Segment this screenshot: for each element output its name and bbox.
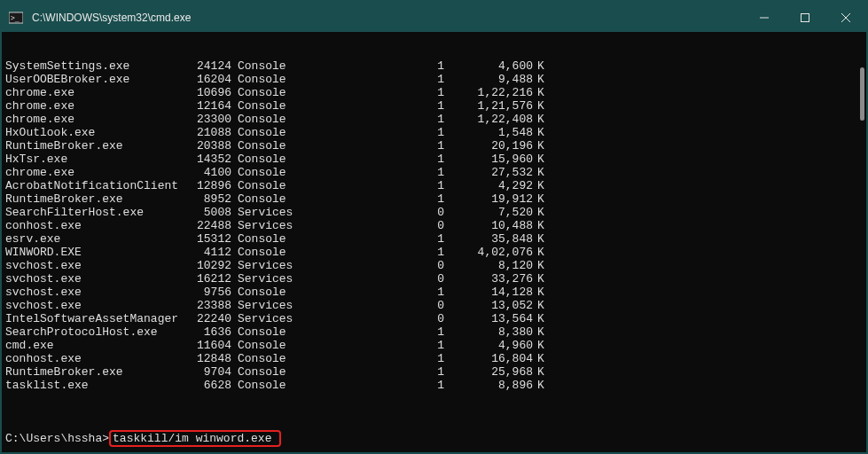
process-pid: 4112 <box>183 246 231 259</box>
process-session-id: 1 <box>302 139 444 153</box>
process-name: chrome.exe <box>5 99 183 113</box>
process-name: HxOutlook.exe <box>5 126 183 139</box>
process-mem: 8,120 <box>444 259 533 272</box>
prompt-line: C:\Users\hssha>taskkill/im winword.exe <box>5 432 863 445</box>
process-pid: 14352 <box>183 153 231 166</box>
process-row: svchost.exe10292Services08,120K <box>5 259 863 272</box>
process-mem: 1,22,216 <box>444 86 533 99</box>
process-mem-unit: K <box>533 99 551 113</box>
process-pid: 1636 <box>183 325 231 339</box>
process-row: HxOutlook.exe21088Console11,548K <box>5 126 863 139</box>
process-pid: 22240 <box>183 312 231 325</box>
process-mem-unit: K <box>533 299 551 312</box>
process-name: SystemSettings.exe <box>5 59 183 73</box>
process-mem: 27,532 <box>444 166 533 179</box>
process-session-id: 1 <box>302 352 444 365</box>
process-list: SystemSettings.exe24124Console14,600KUse… <box>5 59 863 392</box>
process-mem: 4,02,076 <box>444 246 533 259</box>
process-session-id: 1 <box>302 179 444 192</box>
process-row: cmd.exe11604Console14,960K <box>5 339 863 352</box>
process-mem: 13,052 <box>444 299 533 312</box>
titlebar[interactable]: >_ C:\WINDOWS\system32\cmd.exe <box>2 4 866 32</box>
process-name: HxTsr.exe <box>5 153 183 166</box>
process-pid: 22488 <box>183 219 231 232</box>
process-session-name: Console <box>231 126 302 139</box>
process-mem: 15,960 <box>444 153 533 166</box>
process-mem: 8,380 <box>444 325 533 339</box>
process-mem-unit: K <box>533 86 551 99</box>
process-pid: 4100 <box>183 166 231 179</box>
process-session-id: 0 <box>302 219 444 232</box>
process-name: RuntimeBroker.exe <box>5 192 183 206</box>
process-row: SystemSettings.exe24124Console14,600K <box>5 59 863 73</box>
process-row: AcrobatNotificationClient12896Console14,… <box>5 179 863 192</box>
process-pid: 12896 <box>183 179 231 192</box>
process-pid: 21088 <box>183 126 231 139</box>
process-row: SearchProtocolHost.exe1636Console18,380K <box>5 325 863 339</box>
process-mem: 14,128 <box>444 286 533 299</box>
process-row: IntelSoftwareAssetManager22240Services01… <box>5 312 863 325</box>
process-mem-unit: K <box>533 59 551 73</box>
process-mem: 35,848 <box>444 232 533 246</box>
process-mem-unit: K <box>533 312 551 325</box>
process-name: svchost.exe <box>5 286 183 299</box>
terminal-output[interactable]: SystemSettings.exe24124Console14,600KUse… <box>2 32 866 452</box>
process-session-name: Console <box>231 99 302 113</box>
process-name: svchost.exe <box>5 299 183 312</box>
process-mem-unit: K <box>533 379 551 392</box>
process-mem: 1,21,576 <box>444 99 533 113</box>
process-row: UserOOBEBroker.exe16204Console19,488K <box>5 73 863 86</box>
process-session-name: Console <box>231 339 302 352</box>
process-row: HxTsr.exe14352Console115,960K <box>5 153 863 166</box>
process-pid: 8952 <box>183 192 231 206</box>
process-session-id: 1 <box>302 59 444 73</box>
process-session-name: Console <box>231 113 302 126</box>
scrollbar-thumb[interactable] <box>860 67 864 121</box>
process-row: svchost.exe23388Services013,052K <box>5 299 863 312</box>
process-mem: 4,292 <box>444 179 533 192</box>
maximize-button[interactable] <box>785 4 825 32</box>
process-mem-unit: K <box>533 259 551 272</box>
process-pid: 9756 <box>183 286 231 299</box>
process-name: svchost.exe <box>5 259 183 272</box>
process-mem: 1,22,408 <box>444 113 533 126</box>
process-session-id: 1 <box>302 365 444 379</box>
process-mem: 8,896 <box>444 379 533 392</box>
minimize-button[interactable] <box>744 4 785 32</box>
process-name: chrome.exe <box>5 166 183 179</box>
process-pid: 6628 <box>183 379 231 392</box>
process-row: WINWORD.EXE4112Console14,02,076K <box>5 246 863 259</box>
process-mem-unit: K <box>533 179 551 192</box>
process-session-name: Console <box>231 73 302 86</box>
process-mem: 1,548 <box>444 126 533 139</box>
process-pid: 12164 <box>183 99 231 113</box>
process-row: tasklist.exe6628Console18,896K <box>5 379 863 392</box>
close-button[interactable] <box>825 4 866 32</box>
process-mem: 16,804 <box>444 352 533 365</box>
process-session-name: Console <box>231 365 302 379</box>
process-session-name: Console <box>231 153 302 166</box>
window-title: C:\WINDOWS\system32\cmd.exe <box>32 12 744 24</box>
process-mem-unit: K <box>533 246 551 259</box>
process-name: svchost.exe <box>5 272 183 286</box>
process-pid: 20388 <box>183 139 231 153</box>
cmd-icon: >_ <box>7 9 25 27</box>
typed-command[interactable]: taskkill/im winword.exe <box>113 432 271 445</box>
process-row: RuntimeBroker.exe9704Console125,968K <box>5 365 863 379</box>
process-name: SearchFilterHost.exe <box>5 206 183 219</box>
process-session-name: Services <box>231 219 302 232</box>
process-mem: 20,196 <box>444 139 533 153</box>
process-pid: 23300 <box>183 113 231 126</box>
process-pid: 24124 <box>183 59 231 73</box>
process-mem-unit: K <box>533 153 551 166</box>
process-session-id: 0 <box>302 312 444 325</box>
process-mem-unit: K <box>533 126 551 139</box>
process-row: chrome.exe10696Console11,22,216K <box>5 86 863 99</box>
process-pid: 12848 <box>183 352 231 365</box>
process-session-id: 1 <box>302 246 444 259</box>
process-session-name: Console <box>231 59 302 73</box>
process-row: svchost.exe16212Services033,276K <box>5 272 863 286</box>
process-name: conhost.exe <box>5 219 183 232</box>
process-row: conhost.exe22488Services010,488K <box>5 219 863 232</box>
process-mem-unit: K <box>533 113 551 126</box>
